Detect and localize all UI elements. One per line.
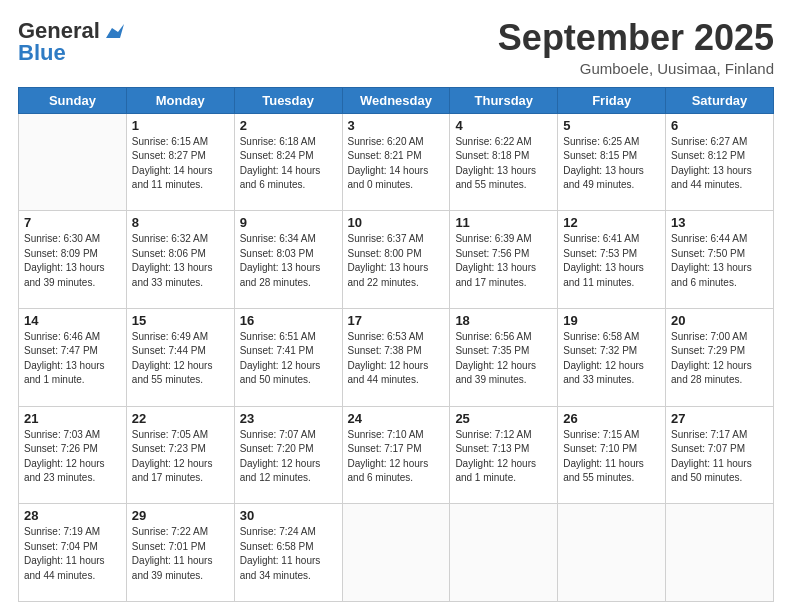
table-row: 5Sunrise: 6:25 AM Sunset: 8:15 PM Daylig… xyxy=(558,113,666,211)
table-row: 8Sunrise: 6:32 AM Sunset: 8:06 PM Daylig… xyxy=(126,211,234,309)
logo-blue: Blue xyxy=(18,40,66,66)
header-monday: Monday xyxy=(126,87,234,113)
table-row: 20Sunrise: 7:00 AM Sunset: 7:29 PM Dayli… xyxy=(666,308,774,406)
table-row: 2Sunrise: 6:18 AM Sunset: 8:24 PM Daylig… xyxy=(234,113,342,211)
header-tuesday: Tuesday xyxy=(234,87,342,113)
table-row: 30Sunrise: 7:24 AM Sunset: 6:58 PM Dayli… xyxy=(234,504,342,602)
day-info: Sunrise: 6:15 AM Sunset: 8:27 PM Dayligh… xyxy=(132,135,229,193)
day-number: 23 xyxy=(240,411,337,426)
day-number: 18 xyxy=(455,313,552,328)
day-info: Sunrise: 6:39 AM Sunset: 7:56 PM Dayligh… xyxy=(455,232,552,290)
table-row: 27Sunrise: 7:17 AM Sunset: 7:07 PM Dayli… xyxy=(666,406,774,504)
day-number: 1 xyxy=(132,118,229,133)
table-row: 11Sunrise: 6:39 AM Sunset: 7:56 PM Dayli… xyxy=(450,211,558,309)
table-row xyxy=(450,504,558,602)
day-number: 7 xyxy=(24,215,121,230)
day-number: 15 xyxy=(132,313,229,328)
table-row: 15Sunrise: 6:49 AM Sunset: 7:44 PM Dayli… xyxy=(126,308,234,406)
day-info: Sunrise: 7:17 AM Sunset: 7:07 PM Dayligh… xyxy=(671,428,768,486)
day-info: Sunrise: 6:18 AM Sunset: 8:24 PM Dayligh… xyxy=(240,135,337,193)
day-number: 6 xyxy=(671,118,768,133)
day-info: Sunrise: 7:12 AM Sunset: 7:13 PM Dayligh… xyxy=(455,428,552,486)
table-row xyxy=(558,504,666,602)
day-info: Sunrise: 7:22 AM Sunset: 7:01 PM Dayligh… xyxy=(132,525,229,583)
table-row: 26Sunrise: 7:15 AM Sunset: 7:10 PM Dayli… xyxy=(558,406,666,504)
day-number: 3 xyxy=(348,118,445,133)
table-row: 28Sunrise: 7:19 AM Sunset: 7:04 PM Dayli… xyxy=(19,504,127,602)
day-number: 19 xyxy=(563,313,660,328)
day-number: 21 xyxy=(24,411,121,426)
day-info: Sunrise: 6:49 AM Sunset: 7:44 PM Dayligh… xyxy=(132,330,229,388)
day-info: Sunrise: 7:19 AM Sunset: 7:04 PM Dayligh… xyxy=(24,525,121,583)
location-subtitle: Gumboele, Uusimaa, Finland xyxy=(498,60,774,77)
table-row: 6Sunrise: 6:27 AM Sunset: 8:12 PM Daylig… xyxy=(666,113,774,211)
day-info: Sunrise: 7:07 AM Sunset: 7:20 PM Dayligh… xyxy=(240,428,337,486)
day-info: Sunrise: 6:44 AM Sunset: 7:50 PM Dayligh… xyxy=(671,232,768,290)
header-friday: Friday xyxy=(558,87,666,113)
day-info: Sunrise: 6:34 AM Sunset: 8:03 PM Dayligh… xyxy=(240,232,337,290)
table-row xyxy=(342,504,450,602)
table-row: 19Sunrise: 6:58 AM Sunset: 7:32 PM Dayli… xyxy=(558,308,666,406)
table-row: 23Sunrise: 7:07 AM Sunset: 7:20 PM Dayli… xyxy=(234,406,342,504)
logo-bird-icon xyxy=(102,24,124,40)
day-info: Sunrise: 6:41 AM Sunset: 7:53 PM Dayligh… xyxy=(563,232,660,290)
svg-marker-0 xyxy=(106,24,124,38)
day-info: Sunrise: 7:05 AM Sunset: 7:23 PM Dayligh… xyxy=(132,428,229,486)
day-info: Sunrise: 6:53 AM Sunset: 7:38 PM Dayligh… xyxy=(348,330,445,388)
day-info: Sunrise: 6:20 AM Sunset: 8:21 PM Dayligh… xyxy=(348,135,445,193)
day-number: 29 xyxy=(132,508,229,523)
day-number: 13 xyxy=(671,215,768,230)
table-row xyxy=(19,113,127,211)
day-number: 28 xyxy=(24,508,121,523)
table-row: 12Sunrise: 6:41 AM Sunset: 7:53 PM Dayli… xyxy=(558,211,666,309)
table-row: 24Sunrise: 7:10 AM Sunset: 7:17 PM Dayli… xyxy=(342,406,450,504)
day-number: 11 xyxy=(455,215,552,230)
weekday-header-row: Sunday Monday Tuesday Wednesday Thursday… xyxy=(19,87,774,113)
day-number: 8 xyxy=(132,215,229,230)
day-number: 5 xyxy=(563,118,660,133)
table-row: 25Sunrise: 7:12 AM Sunset: 7:13 PM Dayli… xyxy=(450,406,558,504)
day-info: Sunrise: 7:15 AM Sunset: 7:10 PM Dayligh… xyxy=(563,428,660,486)
day-info: Sunrise: 7:00 AM Sunset: 7:29 PM Dayligh… xyxy=(671,330,768,388)
header-sunday: Sunday xyxy=(19,87,127,113)
table-row: 10Sunrise: 6:37 AM Sunset: 8:00 PM Dayli… xyxy=(342,211,450,309)
header-wednesday: Wednesday xyxy=(342,87,450,113)
table-row: 22Sunrise: 7:05 AM Sunset: 7:23 PM Dayli… xyxy=(126,406,234,504)
day-number: 17 xyxy=(348,313,445,328)
day-number: 27 xyxy=(671,411,768,426)
title-block: September 2025 Gumboele, Uusimaa, Finlan… xyxy=(498,18,774,77)
header-saturday: Saturday xyxy=(666,87,774,113)
day-number: 14 xyxy=(24,313,121,328)
table-row xyxy=(666,504,774,602)
table-row: 17Sunrise: 6:53 AM Sunset: 7:38 PM Dayli… xyxy=(342,308,450,406)
day-number: 25 xyxy=(455,411,552,426)
day-info: Sunrise: 6:56 AM Sunset: 7:35 PM Dayligh… xyxy=(455,330,552,388)
table-row: 9Sunrise: 6:34 AM Sunset: 8:03 PM Daylig… xyxy=(234,211,342,309)
day-info: Sunrise: 6:25 AM Sunset: 8:15 PM Dayligh… xyxy=(563,135,660,193)
day-number: 10 xyxy=(348,215,445,230)
day-number: 12 xyxy=(563,215,660,230)
table-row: 18Sunrise: 6:56 AM Sunset: 7:35 PM Dayli… xyxy=(450,308,558,406)
day-number: 16 xyxy=(240,313,337,328)
day-info: Sunrise: 7:03 AM Sunset: 7:26 PM Dayligh… xyxy=(24,428,121,486)
day-number: 24 xyxy=(348,411,445,426)
day-info: Sunrise: 7:24 AM Sunset: 6:58 PM Dayligh… xyxy=(240,525,337,583)
table-row: 29Sunrise: 7:22 AM Sunset: 7:01 PM Dayli… xyxy=(126,504,234,602)
logo: General Blue xyxy=(18,18,124,66)
header-thursday: Thursday xyxy=(450,87,558,113)
calendar-table: Sunday Monday Tuesday Wednesday Thursday… xyxy=(18,87,774,602)
day-number: 20 xyxy=(671,313,768,328)
day-info: Sunrise: 6:58 AM Sunset: 7:32 PM Dayligh… xyxy=(563,330,660,388)
day-info: Sunrise: 6:27 AM Sunset: 8:12 PM Dayligh… xyxy=(671,135,768,193)
month-title: September 2025 xyxy=(498,18,774,58)
day-info: Sunrise: 6:30 AM Sunset: 8:09 PM Dayligh… xyxy=(24,232,121,290)
day-info: Sunrise: 6:37 AM Sunset: 8:00 PM Dayligh… xyxy=(348,232,445,290)
table-row: 14Sunrise: 6:46 AM Sunset: 7:47 PM Dayli… xyxy=(19,308,127,406)
table-row: 4Sunrise: 6:22 AM Sunset: 8:18 PM Daylig… xyxy=(450,113,558,211)
day-number: 4 xyxy=(455,118,552,133)
day-number: 9 xyxy=(240,215,337,230)
day-info: Sunrise: 6:22 AM Sunset: 8:18 PM Dayligh… xyxy=(455,135,552,193)
table-row: 21Sunrise: 7:03 AM Sunset: 7:26 PM Dayli… xyxy=(19,406,127,504)
header: General Blue September 2025 Gumboele, Uu… xyxy=(18,18,774,77)
table-row: 1Sunrise: 6:15 AM Sunset: 8:27 PM Daylig… xyxy=(126,113,234,211)
